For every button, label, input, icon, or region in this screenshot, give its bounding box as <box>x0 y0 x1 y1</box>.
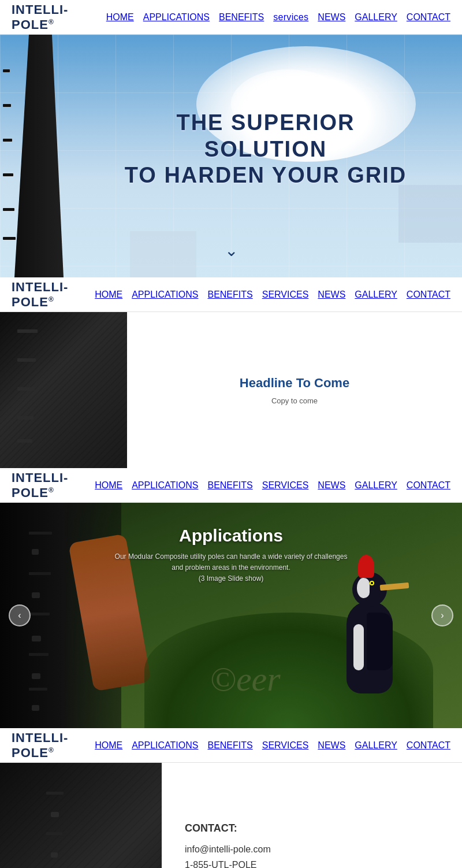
brand-name-2: INTELLI-POLE <box>12 280 68 309</box>
pole-bracket-s2 <box>17 358 36 362</box>
hero-chevron[interactable]: ⌄ <box>225 241 238 260</box>
contact-peg-1 <box>51 812 59 817</box>
slide-prev-icon: ‹ <box>18 610 21 621</box>
nav-benefits-1[interactable]: BENEFITS <box>219 12 264 23</box>
nav-links-3: HOME APPLICATIONS BENEFITS SERVICES NEWS… <box>95 480 450 491</box>
bracket-2 <box>3 104 11 107</box>
nav-news-3[interactable]: NEWS <box>318 480 345 491</box>
watermark: ©eer <box>210 659 280 699</box>
hero-rect-2 <box>398 185 462 243</box>
nav-gallery-1[interactable]: GALLERY <box>355 12 397 23</box>
hero-rect-1 <box>130 231 196 277</box>
nav-news-4[interactable]: NEWS <box>318 740 345 751</box>
nav-links-1: HOME APPLICATIONS BENEFITS servicES NEWS… <box>106 12 450 23</box>
nav-home-1[interactable]: HOME <box>106 12 134 23</box>
nav-benefits-4[interactable]: BENEFITS <box>207 740 252 751</box>
nav-benefits-2[interactable]: BENEFITS <box>207 290 252 300</box>
nav-gallery-4[interactable]: GALLERY <box>355 740 397 751</box>
pole-bg-1 <box>0 312 127 468</box>
applications-slide: ©eer Applications Our Modular Composite … <box>0 503 462 728</box>
logo-3: INTELLI-POLE® <box>12 470 95 500</box>
bracket-1 <box>3 69 10 72</box>
slide-next-button[interactable]: › <box>431 604 453 626</box>
nav-contact-2[interactable]: CONTACT <box>407 290 450 300</box>
slide-peg-4 <box>32 673 40 679</box>
nav-applications-3[interactable]: APPLICATIONS <box>132 480 198 491</box>
nav-gallery-3[interactable]: GALLERY <box>355 480 397 491</box>
nav-applications-4[interactable]: APPLICATIONS <box>132 740 198 751</box>
slide-peg-2 <box>32 592 40 598</box>
headline-content: Headline To Come Copy to come <box>127 312 462 468</box>
nav-services-4[interactable]: SERVICES <box>262 740 309 751</box>
pole-bracket-s3 <box>17 387 35 391</box>
headline-section: Headline To Come Copy to come <box>0 312 462 468</box>
trademark-1: ® <box>49 17 54 25</box>
nav-home-2[interactable]: HOME <box>95 290 122 300</box>
trademark-2: ® <box>49 295 54 303</box>
applications-note: (3 Image Slide show) <box>0 573 462 584</box>
bracket-6 <box>3 237 16 240</box>
navbar-2: INTELLI-POLE® HOME APPLICATIONS BENEFITS… <box>0 277 462 312</box>
brand-name-4: INTELLI-POLE <box>12 730 68 760</box>
contact-section: CONTACT: info@intelli-pole.com 1-855-UTL… <box>0 763 462 868</box>
slide-bracket-4 <box>29 653 49 656</box>
applications-title: Applications <box>0 526 462 546</box>
nav-contact-3[interactable]: CONTACT <box>407 480 450 491</box>
slide-peg-3 <box>32 636 41 641</box>
contact-bracket-2 <box>46 832 62 835</box>
hero-section: THE SUPERIOR SOLUTIONTO HARDEN YOUR GRID… <box>0 35 462 277</box>
slide-prev-button[interactable]: ‹ <box>9 604 31 626</box>
nav-links-4: HOME APPLICATIONS BENEFITS SERVICES NEWS… <box>95 740 450 751</box>
headline-title: Headline To Come <box>240 376 349 391</box>
contact-pole-texture <box>0 763 162 868</box>
navbar-1: INTELLI-POLE® HOME APPLICATIONS BENEFITS… <box>0 0 462 35</box>
bracket-5 <box>3 208 14 211</box>
bracket-4 <box>3 173 13 176</box>
headline-copy: Copy to come <box>271 396 318 405</box>
nav-services-2[interactable]: SERVICES <box>262 290 309 300</box>
nav-news-1[interactable]: NEWS <box>318 12 345 23</box>
pole-bracket-s5 <box>17 439 32 443</box>
hero-title: THE SUPERIOR SOLUTIONTO HARDEN YOUR GRID <box>116 110 416 189</box>
applications-desc: Our Modular Composite utility poles can … <box>0 551 462 562</box>
brand-name-1: INTELLI-POLE <box>12 2 68 32</box>
contact-label: CONTACT: <box>185 822 439 834</box>
trademark-3: ® <box>49 485 54 494</box>
logo-1: INTELLI-POLE® <box>12 2 106 32</box>
navbar-4: INTELLI-POLE® HOME APPLICATIONS BENEFITS… <box>0 728 462 763</box>
trademark-4: ® <box>49 745 54 754</box>
nav-news-2[interactable]: NEWS <box>318 290 345 300</box>
nav-services-3[interactable]: SERVICES <box>262 480 309 491</box>
pole-bracket-s1 <box>17 329 38 333</box>
contact-email: info@intelli-pole.com <box>185 844 271 854</box>
nav-links-2: HOME APPLICATIONS BENEFITS SERVICES NEWS… <box>95 290 450 300</box>
bracket-3 <box>3 139 12 142</box>
nav-home-4[interactable]: HOME <box>95 740 122 751</box>
nav-services-1[interactable]: servicES <box>273 12 308 23</box>
woodpecker-container <box>346 601 393 693</box>
hero-title-line1: THE SUPERIOR SOLUTION <box>176 110 355 161</box>
brand-name-3: INTELLI-POLE <box>12 470 68 500</box>
nav-gallery-2[interactable]: GALLERY <box>355 290 397 300</box>
pole-bracket-s4 <box>17 416 33 420</box>
hero-title-line2: TO HARDEN YOUR GRID <box>125 163 407 187</box>
contact-bracket-1 <box>46 792 64 795</box>
contact-content: CONTACT: info@intelli-pole.com 1-855-UTL… <box>162 763 462 868</box>
nav-contact-1[interactable]: CONTACT <box>407 12 450 23</box>
slide-next-icon: › <box>441 610 444 621</box>
pole-column-1 <box>0 312 127 468</box>
contact-pole-col <box>0 763 162 868</box>
nav-benefits-3[interactable]: BENEFITS <box>207 480 252 491</box>
nav-applications-2[interactable]: APPLICATIONS <box>132 290 198 300</box>
slide-peg-5 <box>32 705 39 711</box>
nav-applications-1[interactable]: APPLICATIONS <box>143 12 210 23</box>
slide-bracket-5 <box>29 688 47 691</box>
contact-pole-bg <box>0 763 162 868</box>
nav-home-3[interactable]: HOME <box>95 480 122 491</box>
slide-text: Applications Our Modular Composite utili… <box>0 526 462 585</box>
nav-contact-4[interactable]: CONTACT <box>407 740 450 751</box>
contact-phone1: 1-855-UTL-POLE <box>185 860 257 868</box>
logo-4: INTELLI-POLE® <box>12 730 95 761</box>
applications-subdesc: and problem areas in the environment. <box>0 562 462 573</box>
contact-peg-2 <box>51 852 58 858</box>
